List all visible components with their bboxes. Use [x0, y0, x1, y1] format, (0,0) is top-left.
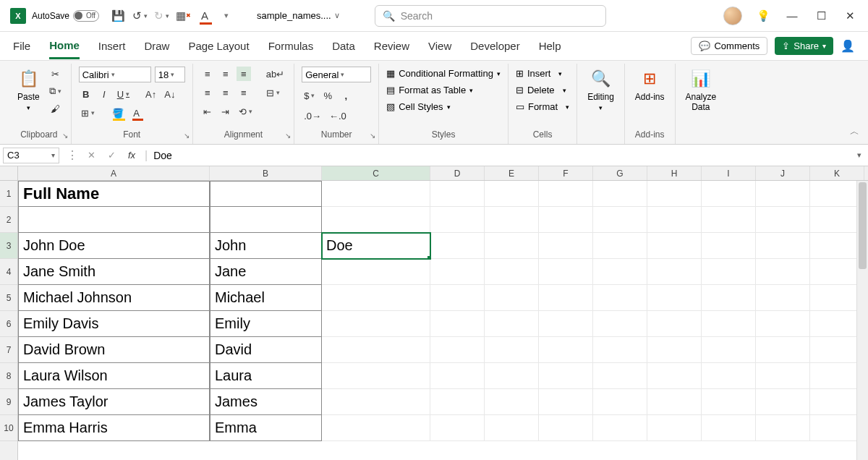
- analyze-data-button[interactable]: 📊 Analyze Data: [683, 65, 720, 115]
- alignment-launcher-icon[interactable]: ↘: [285, 132, 291, 140]
- align-center-button[interactable]: ≡: [218, 85, 233, 100]
- increase-decimal-button[interactable]: .0→: [302, 108, 323, 123]
- cell-D6[interactable]: [430, 311, 485, 337]
- cell-G3[interactable]: [593, 233, 647, 259]
- select-all-corner[interactable]: [0, 166, 18, 181]
- cut-button[interactable]: ✂: [47, 67, 64, 81]
- tab-file[interactable]: File: [13, 34, 30, 58]
- cell-I2[interactable]: [702, 207, 756, 233]
- cell-J10[interactable]: [756, 415, 810, 441]
- cell-I10[interactable]: [702, 415, 756, 441]
- comma-button[interactable]: ,: [339, 88, 353, 103]
- decrease-decimal-button[interactable]: ←.0: [327, 108, 349, 123]
- cell-A2[interactable]: [18, 207, 210, 233]
- number-launcher-icon[interactable]: ↘: [370, 132, 375, 140]
- cell-H5[interactable]: [647, 285, 702, 311]
- cell-G8[interactable]: [593, 363, 647, 389]
- cell-I7[interactable]: [702, 337, 756, 363]
- cell-G10[interactable]: [593, 415, 647, 441]
- column-header-H[interactable]: H: [647, 166, 702, 180]
- tab-help[interactable]: Help: [539, 34, 561, 58]
- row-header-6[interactable]: 6: [0, 311, 17, 337]
- mode-switcher-icon[interactable]: 👤: [841, 39, 855, 53]
- cell-D1[interactable]: [430, 181, 485, 207]
- cell-J3[interactable]: [756, 233, 810, 259]
- undo-button[interactable]: ↺: [132, 9, 147, 23]
- cell-E5[interactable]: [485, 285, 539, 311]
- cell-C8[interactable]: [322, 363, 430, 389]
- cell-H2[interactable]: [647, 207, 702, 233]
- cell-G6[interactable]: [593, 311, 647, 337]
- cell-H1[interactable]: [647, 181, 702, 207]
- cell-A5[interactable]: Michael Johnson: [18, 285, 210, 311]
- copy-button[interactable]: ⧉: [47, 84, 64, 98]
- column-header-D[interactable]: D: [430, 166, 485, 180]
- cell-A6[interactable]: Emily Davis: [18, 311, 210, 337]
- save-icon[interactable]: 💾: [111, 9, 125, 23]
- cell-E6[interactable]: [485, 311, 539, 337]
- cell-D10[interactable]: [430, 415, 485, 441]
- column-header-C[interactable]: C: [322, 166, 430, 180]
- underline-button[interactable]: U: [115, 87, 132, 101]
- font-launcher-icon[interactable]: ↘: [184, 132, 190, 140]
- orientation-button[interactable]: ⟲: [237, 104, 255, 119]
- lightbulb-icon[interactable]: 💡: [755, 9, 771, 22]
- align-bottom-button[interactable]: ≡: [237, 67, 251, 81]
- cell-D2[interactable]: [430, 207, 485, 233]
- row-header-1[interactable]: 1: [0, 181, 17, 207]
- editing-button[interactable]: 🔍 Editing▾: [584, 65, 617, 114]
- cell-B4[interactable]: Jane: [210, 259, 322, 285]
- cell-E4[interactable]: [485, 259, 539, 285]
- cell-H6[interactable]: [647, 311, 702, 337]
- cell-E10[interactable]: [485, 415, 539, 441]
- cell-E3[interactable]: [485, 233, 539, 259]
- cell-C9[interactable]: [322, 389, 430, 415]
- cell-I3[interactable]: [702, 233, 756, 259]
- italic-button[interactable]: I: [97, 87, 111, 101]
- cell-D3[interactable]: [430, 233, 485, 259]
- cell-F4[interactable]: [539, 259, 593, 285]
- cell-B8[interactable]: Laura: [210, 363, 322, 389]
- vertical-scrollbar[interactable]: [856, 181, 868, 460]
- row-header-10[interactable]: 10: [0, 415, 17, 441]
- cell-C7[interactable]: [322, 337, 430, 363]
- borders-button[interactable]: ⊞: [79, 106, 97, 120]
- cell-E9[interactable]: [485, 389, 539, 415]
- cell-G2[interactable]: [593, 207, 647, 233]
- align-top-button[interactable]: ≡: [200, 67, 215, 81]
- expand-formula-bar-icon[interactable]: ▾: [851, 150, 868, 160]
- delete-cells-button[interactable]: ⊟Delete ▾: [516, 83, 569, 97]
- cell-J4[interactable]: [756, 259, 810, 285]
- user-avatar[interactable]: [723, 7, 742, 25]
- cell-H4[interactable]: [647, 259, 702, 285]
- cell-C10[interactable]: [322, 415, 430, 441]
- column-header-J[interactable]: J: [756, 166, 810, 180]
- cell-G4[interactable]: [593, 259, 647, 285]
- increase-font-button[interactable]: A↑: [143, 87, 158, 101]
- cell-F7[interactable]: [539, 337, 593, 363]
- paste-button[interactable]: 📋 Paste▾: [14, 65, 43, 114]
- decrease-font-button[interactable]: A↓: [162, 87, 177, 101]
- cell-D7[interactable]: [430, 337, 485, 363]
- insert-cells-button[interactable]: ⊞Insert ▾: [516, 67, 569, 80]
- font-name-combo[interactable]: Calibri: [79, 67, 151, 82]
- cell-E8[interactable]: [485, 363, 539, 389]
- column-header-K[interactable]: K: [810, 166, 864, 180]
- column-header-B[interactable]: B: [210, 166, 322, 180]
- cell-A10[interactable]: Emma Harris: [18, 415, 210, 441]
- tab-home[interactable]: Home: [49, 33, 80, 59]
- cell-J5[interactable]: [756, 285, 810, 311]
- addins-button[interactable]: ⊞ Add-ins: [632, 65, 668, 105]
- cell-I8[interactable]: [702, 363, 756, 389]
- cell-H10[interactable]: [647, 415, 702, 441]
- tab-data[interactable]: Data: [332, 34, 355, 58]
- cell-C1[interactable]: [322, 181, 430, 207]
- align-right-button[interactable]: ≡: [237, 85, 251, 100]
- cell-F5[interactable]: [539, 285, 593, 311]
- cell-B5[interactable]: Michael: [210, 285, 322, 311]
- cell-H7[interactable]: [647, 337, 702, 363]
- format-as-table-button[interactable]: ▤Format as Table▾: [386, 83, 501, 97]
- cell-E1[interactable]: [485, 181, 539, 207]
- cell-D8[interactable]: [430, 363, 485, 389]
- cell-A9[interactable]: James Taylor: [18, 389, 210, 415]
